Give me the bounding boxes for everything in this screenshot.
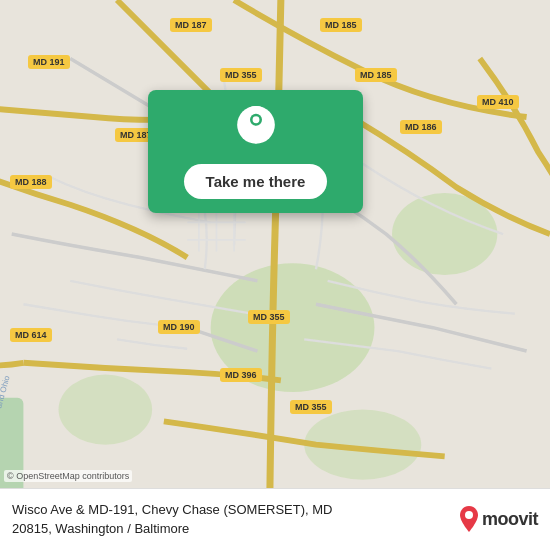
bottom-bar: Wisco Ave & MD-191, Chevy Chase (SOMERSE…: [0, 488, 550, 550]
svg-point-3: [59, 374, 153, 444]
address-line1: Wisco Ave & MD-191, Chevy Chase (SOMERSE…: [12, 502, 333, 517]
address-line2: 20815, Washington / Baltimore: [12, 521, 189, 536]
svg-point-9: [252, 116, 259, 123]
road-label-md185b: MD 185: [355, 68, 397, 82]
road-label-md190: MD 190: [158, 320, 200, 334]
road-label-md355b: MD 355: [248, 310, 290, 324]
road-label-md396: MD 396: [220, 368, 262, 382]
road-label-md188: MD 188: [10, 175, 52, 189]
road-label-md186: MD 186: [400, 120, 442, 134]
map-svg: Chesapeake and Ohio: [0, 0, 550, 550]
moovit-pin-icon: [458, 506, 480, 534]
road-label-md185a: MD 185: [320, 18, 362, 32]
map-attribution: © OpenStreetMap contributors: [4, 470, 132, 482]
road-label-md355c: MD 355: [290, 400, 332, 414]
road-label-md187a: MD 187: [170, 18, 212, 32]
map-container: Chesapeake and Ohio MD 187MD 185MD 185MD…: [0, 0, 550, 550]
road-label-md355a: MD 355: [220, 68, 262, 82]
take-me-there-button[interactable]: Take me there: [184, 164, 328, 199]
svg-point-10: [465, 511, 473, 519]
road-label-md410: MD 410: [477, 95, 519, 109]
road-label-md614: MD 614: [10, 328, 52, 342]
moovit-logo: moovit: [458, 506, 538, 534]
address-block: Wisco Ave & MD-191, Chevy Chase (SOMERSE…: [12, 501, 448, 537]
moovit-brand-text: moovit: [482, 509, 538, 530]
address-text: Wisco Ave & MD-191, Chevy Chase (SOMERSE…: [12, 501, 448, 537]
location-pin-icon: [232, 106, 280, 154]
location-card: Take me there: [148, 90, 363, 213]
road-label-md191: MD 191: [28, 55, 70, 69]
